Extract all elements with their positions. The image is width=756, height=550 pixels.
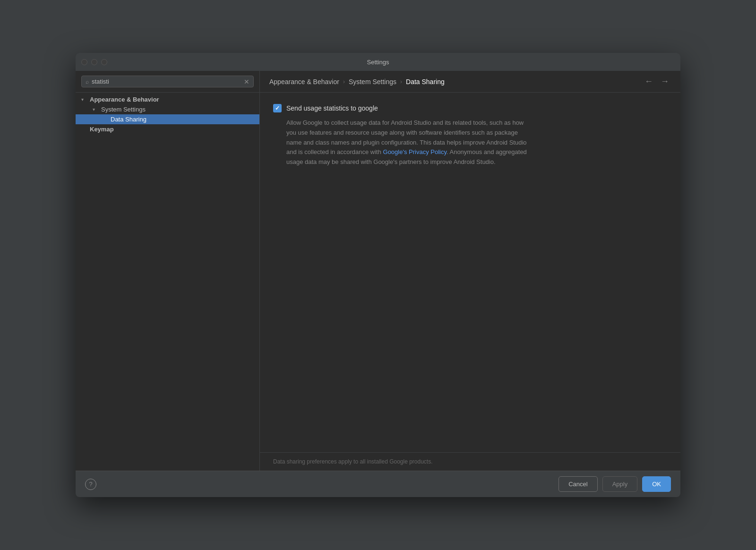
search-container: ⌕ ✕	[76, 71, 259, 93]
breadcrumb-back-button[interactable]: ←	[643, 77, 655, 86]
arrow-icon: ▾	[93, 107, 99, 112]
main-panel: Appearance & Behavior › System Settings …	[260, 71, 680, 471]
close-button[interactable]	[81, 59, 87, 65]
title-bar: Settings	[76, 53, 680, 71]
sidebar-item-label: Data Sharing	[111, 116, 146, 123]
window-title: Settings	[367, 59, 389, 66]
nav-tree: ▾ Appearance & Behavior ▾ System Setting…	[76, 93, 259, 471]
maximize-button[interactable]	[101, 59, 107, 65]
checkmark-icon: ✓	[275, 105, 280, 112]
sidebar-item-system-settings[interactable]: ▾ System Settings	[76, 104, 259, 114]
arrow-spacer: ▸	[81, 127, 88, 132]
sidebar-item-label: Keymap	[90, 126, 114, 133]
search-icon: ⌕	[86, 78, 89, 85]
apply-button[interactable]: Apply	[602, 476, 638, 492]
bottom-bar: ? Cancel Apply OK	[76, 471, 680, 497]
usage-statistics-row: ✓ Send usage statistics to google	[273, 104, 667, 112]
search-input[interactable]	[92, 78, 241, 85]
usage-statistics-label: Send usage statistics to google	[286, 104, 378, 112]
sidebar-item-label: Appearance & Behavior	[90, 96, 159, 103]
settings-dialog: Settings ⌕ ✕ ▾ Appearance & Behavior	[76, 53, 680, 497]
action-buttons: Cancel Apply OK	[558, 476, 671, 492]
minimize-button[interactable]	[91, 59, 97, 65]
privacy-policy-link[interactable]: Google's Privacy Policy	[383, 148, 447, 155]
help-button[interactable]: ?	[85, 479, 96, 490]
arrow-icon: ▾	[81, 97, 88, 102]
sidebar-item-data-sharing[interactable]: ▸ Data Sharing	[76, 114, 259, 124]
settings-content: ✓ Send usage statistics to google Allow …	[260, 93, 680, 452]
sidebar: ⌕ ✕ ▾ Appearance & Behavior ▾ System Set…	[76, 71, 260, 471]
content-area: ⌕ ✕ ▾ Appearance & Behavior ▾ System Set…	[76, 71, 680, 471]
footer-note-text: Data sharing preferences apply to all in…	[273, 458, 433, 465]
breadcrumb-bar: Appearance & Behavior › System Settings …	[260, 71, 680, 93]
breadcrumb-item-appearance[interactable]: Appearance & Behavior	[269, 78, 339, 86]
description-text: Allow Google to collect usage data for A…	[286, 118, 532, 167]
breadcrumb-separator: ›	[343, 78, 345, 85]
ok-button[interactable]: OK	[642, 476, 671, 492]
footer-note: Data sharing preferences apply to all in…	[260, 452, 680, 471]
breadcrumb-forward-button[interactable]: →	[659, 77, 671, 86]
search-box: ⌕ ✕	[81, 76, 254, 87]
breadcrumb: Appearance & Behavior › System Settings …	[269, 78, 445, 86]
arrow-spacer: ▸	[102, 117, 109, 122]
sidebar-item-keymap[interactable]: ▸ Keymap	[76, 124, 259, 134]
search-clear-icon[interactable]: ✕	[244, 78, 249, 85]
breadcrumb-separator: ›	[400, 78, 402, 85]
usage-statistics-checkbox[interactable]: ✓	[273, 104, 282, 112]
sidebar-item-appearance-behavior[interactable]: ▾ Appearance & Behavior	[76, 95, 259, 104]
breadcrumb-nav: ← →	[643, 77, 671, 86]
breadcrumb-item-system[interactable]: System Settings	[349, 78, 396, 86]
cancel-button[interactable]: Cancel	[558, 476, 597, 492]
breadcrumb-item-data-sharing: Data Sharing	[406, 78, 445, 86]
sidebar-item-label: System Settings	[101, 106, 146, 113]
traffic-lights	[81, 59, 107, 65]
